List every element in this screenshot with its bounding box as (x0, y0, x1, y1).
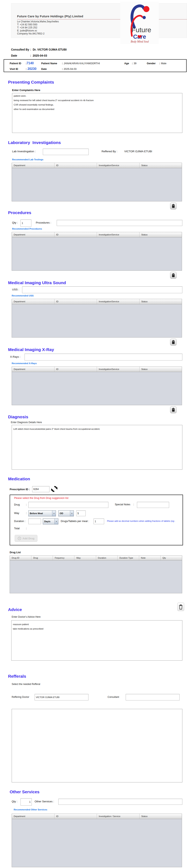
procedures-delete-button[interactable] (170, 272, 177, 279)
recommended-xrays-link: Recommended X-Rays (12, 362, 37, 365)
per-meal-input[interactable] (94, 519, 104, 524)
column-header-status[interactable]: Status (140, 163, 182, 168)
column-header-qty[interactable]: Qty (161, 556, 182, 560)
colon: : (30, 48, 31, 51)
header-divider (17, 19, 187, 20)
column-header-id[interactable]: ID (54, 367, 97, 372)
column-header-id[interactable]: ID (54, 814, 97, 819)
referring-doctor-input[interactable] (35, 694, 88, 701)
drug-suggestion-hint: Please select the Drug from Drug suggess… (14, 497, 68, 499)
logo-blue-dot (143, 16, 146, 19)
other-services-input[interactable] (58, 799, 182, 805)
column-header-department[interactable]: Department (12, 163, 54, 168)
special-notes-label: Special Notes (115, 503, 130, 506)
refresh-prescription-button[interactable] (51, 485, 58, 493)
drug-list-table: Drug ID Drug Fequency Way Duration Durat… (10, 555, 182, 593)
way-count-input[interactable] (76, 510, 86, 516)
patient-age-field: Age: 39 (124, 61, 137, 65)
column-header-status[interactable]: Status (140, 299, 182, 304)
special-notes-input[interactable] (137, 502, 169, 508)
column-header-id[interactable]: ID (54, 232, 97, 237)
column-header-way[interactable]: Way (74, 556, 96, 560)
advice-textarea[interactable]: reassure patient take medications as pre… (11, 620, 182, 660)
complaints-textarea[interactable]: patient seen. being reviewed for left si… (12, 93, 182, 133)
consultation-page: Future Care by Future Holdings (Pty) Lim… (0, 0, 187, 868)
column-header-drug[interactable]: Drug (31, 556, 53, 560)
column-header-id[interactable]: ID (54, 299, 97, 304)
consulted-by-row: Consulted By:Dr. VICTOR OJIMA ETUBI (11, 48, 67, 51)
colon: : (30, 54, 31, 57)
column-header-department[interactable]: Department (12, 367, 54, 372)
company-phone-1: T: +24 82 593 593 (17, 23, 37, 26)
duration-type-select[interactable]: Day/s ▼ (43, 518, 58, 524)
column-header-drug-id[interactable]: Drug ID (10, 556, 31, 560)
chevron-down-icon: ▼ (52, 510, 56, 516)
lab-table-header: Department ID Investigation/Service Stat… (12, 163, 182, 168)
column-header-department[interactable]: Department (12, 232, 54, 237)
section-title-medication: Medication (8, 476, 30, 481)
column-header-status[interactable]: Status (140, 232, 182, 237)
colon: : (26, 503, 27, 506)
referral-list-box[interactable] (12, 709, 182, 782)
patient-id-value[interactable]: 7140 (27, 61, 34, 65)
lab-investigation-input[interactable] (43, 149, 89, 155)
other-services-label: Other Services : (35, 800, 54, 803)
column-header-investigation[interactable]: Investigation/Service (97, 299, 140, 304)
diagnosis-textarea[interactable]: Left sided chest musculoskeletal pains 2… (12, 425, 182, 470)
duration-input[interactable] (28, 519, 41, 524)
consultant-input[interactable] (126, 694, 180, 701)
per-meal-label: Drugs/Tablets per meal : (61, 520, 89, 523)
uss-delete-button[interactable] (170, 339, 177, 346)
other-services-qty-input[interactable] (21, 798, 32, 806)
section-title-presenting-complaints: Presenting Complaints (8, 80, 54, 85)
uss-label: USS : (12, 288, 19, 291)
uss-table-header: Department ID Investigation/Service Stat… (12, 299, 182, 304)
referrals-sublabel: Select the needed Refferal (12, 683, 40, 686)
referred-by-value: VICTOR OJIMA ETUBI (124, 150, 152, 153)
gender-value: Male (161, 62, 166, 65)
colon: : (26, 68, 27, 70)
consult-date-value: 2025-04-03 (33, 54, 47, 57)
patient-name-field: Patient Name: JANAKARAN KALIYAMOORTHI (41, 61, 100, 65)
other-services-qty-label: Qty : (12, 800, 17, 803)
lab-delete-button[interactable] (170, 203, 177, 210)
way-label: Way (14, 512, 19, 515)
frequency-select[interactable]: OD ▼ (58, 510, 74, 516)
column-header-frequency[interactable]: Fequency (53, 556, 74, 560)
column-header-investigation[interactable]: Investigation/Service (97, 232, 140, 237)
column-header-duration[interactable]: Duration (96, 556, 118, 560)
total-label: Total (14, 527, 20, 530)
add-drug-button[interactable]: + Add Drug (15, 535, 37, 542)
column-header-department[interactable]: Department (12, 814, 54, 819)
colon: : (132, 62, 133, 65)
column-header-investigation[interactable]: Investigation/Service (97, 163, 140, 168)
xray-input[interactable] (25, 354, 182, 361)
recommended-lab-testings-link: Recommended Lab Testings (12, 158, 43, 161)
column-header-status[interactable]: Status (140, 814, 182, 819)
drug-label: Drug (14, 503, 20, 506)
drug-list-label: Drug List (10, 551, 21, 554)
consult-date-label: Date (11, 54, 30, 57)
column-header-duration-type[interactable]: Duration Type (118, 556, 139, 560)
column-header-status[interactable]: Status (140, 367, 182, 372)
section-title-laboratory: Laboratory Investigations (8, 140, 61, 145)
column-header-department[interactable]: Department (12, 299, 54, 304)
colon: : (26, 527, 27, 530)
way-select[interactable]: Before Meal ▼ (28, 510, 56, 516)
uss-input[interactable] (22, 286, 182, 293)
patient-info-bar: Patient ID:7140 Patient Name: JANAKARAN … (4, 59, 187, 72)
prescription-id-input[interactable] (32, 486, 49, 492)
patient-gender-field: Gender: Male (147, 61, 166, 65)
procedures-input[interactable] (57, 220, 182, 226)
column-header-investigation[interactable]: Investigation/Service (97, 367, 140, 372)
procedures-qty-input[interactable] (21, 219, 31, 227)
advice-delete-button[interactable] (177, 602, 184, 611)
visit-id-value[interactable]: 20230 (28, 67, 37, 70)
trash-icon (172, 408, 175, 412)
column-header-investigation[interactable]: Investigation / Service (97, 814, 140, 819)
column-header-note[interactable]: Note (139, 556, 161, 560)
xray-delete-button[interactable] (170, 406, 177, 413)
visit-date-field: Date: 2025-04-03 (41, 67, 77, 71)
drug-input[interactable] (28, 502, 108, 508)
column-header-id[interactable]: ID (54, 163, 97, 168)
